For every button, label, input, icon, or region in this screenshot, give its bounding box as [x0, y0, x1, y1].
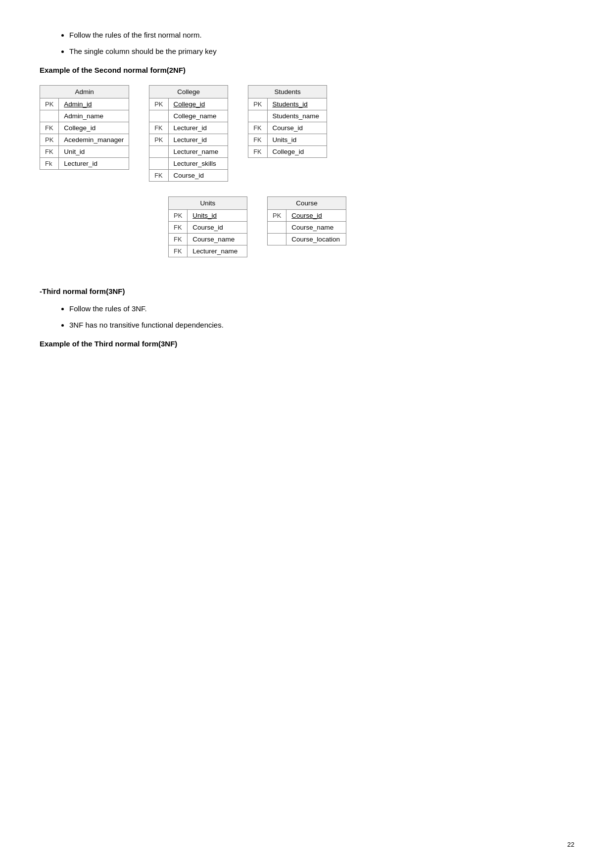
table-key-cell	[149, 110, 168, 122]
table-key-cell: PK	[40, 134, 59, 146]
students-table-title: Students	[248, 85, 327, 98]
table-field-cell: Course_id	[188, 222, 247, 234]
table-key-cell: PK	[268, 210, 286, 222]
table-field-cell: Course_location	[286, 234, 346, 245]
table-field-cell: Course_name	[188, 234, 247, 245]
table-key-cell: FK	[248, 122, 267, 134]
section-2nf-title: Example of the Second normal form(2NF)	[40, 66, 574, 74]
table-field-cell: Lecturer_id	[168, 122, 228, 134]
table-field-cell: Lecturer_name	[188, 245, 247, 257]
table-key-cell: FK	[169, 234, 188, 245]
table-field-cell: College_id	[59, 122, 129, 134]
college-table: College PKCollege_idCollege_nameFKLectur…	[149, 85, 228, 182]
table-key-cell	[40, 110, 59, 122]
admin-table-title: Admin	[40, 85, 129, 98]
table-field-cell: College_name	[168, 110, 228, 122]
table-key-cell	[268, 234, 286, 245]
units-table: Units PKUnits_idFKCourse_idFKCourse_name…	[168, 196, 247, 257]
units-table-title: Units	[168, 196, 247, 209]
table-field-cell: Students_id	[267, 98, 327, 110]
admin-table: Admin PKAdmin_idAdmin_nameFKCollege_idPK…	[40, 85, 129, 170]
table-key-cell: PK	[248, 98, 267, 110]
table-field-cell: Lecturer_id	[168, 134, 228, 146]
table-field-cell: Lecturer_id	[59, 158, 129, 170]
intro-bullet-2: The single column should be the primary …	[69, 46, 574, 57]
page-number: 22	[567, 841, 574, 848]
table-key-cell: Fk	[40, 158, 59, 170]
table-key-cell: FK	[248, 134, 267, 146]
table-field-cell: Course_name	[286, 222, 346, 234]
table-key-cell: FK	[40, 122, 59, 134]
table-key-cell: PK	[149, 134, 168, 146]
table-key-cell: PK	[40, 98, 59, 110]
table-key-cell	[248, 110, 267, 122]
table-key-cell: FK	[248, 146, 267, 158]
table-field-cell: Admin_name	[59, 110, 129, 122]
section-3nf-example-title: Example of the Third normal form(3NF)	[40, 339, 574, 348]
table-key-cell: FK	[149, 170, 168, 182]
tables-area: Admin PKAdmin_idAdmin_nameFKCollege_idPK…	[40, 85, 574, 257]
table-key-cell	[149, 146, 168, 158]
tables-bottom-row: Units PKUnits_idFKCourse_idFKCourse_name…	[40, 196, 574, 257]
3nf-bullet-1: Follow the rules of 3NF.	[69, 303, 574, 315]
table-field-cell: College_id	[267, 146, 327, 158]
table-key-cell	[268, 222, 286, 234]
table-field-cell: College_id	[168, 98, 228, 110]
tables-top-row: Admin PKAdmin_idAdmin_nameFKCollege_idPK…	[40, 85, 574, 182]
table-field-cell: Course_id	[286, 210, 346, 222]
table-field-cell: Course_id	[267, 122, 327, 134]
table-key-cell	[149, 158, 168, 170]
table-key-cell: FK	[40, 146, 59, 158]
table-key-cell: FK	[149, 122, 168, 134]
table-field-cell: Students_name	[267, 110, 327, 122]
course-table-title: Course	[267, 196, 346, 209]
section-3nf-title: -Third normal form(3NF)	[40, 287, 574, 295]
table-field-cell: Lecturer_name	[168, 146, 228, 158]
intro-bullet-1: Follow the rules of the first normal nor…	[69, 30, 574, 41]
table-key-cell: PK	[169, 210, 188, 222]
table-key-cell: FK	[169, 245, 188, 257]
3nf-bullet-list: Follow the rules of 3NF. 3NF has no tran…	[69, 303, 574, 331]
table-field-cell: Unit_id	[59, 146, 129, 158]
table-field-cell: Acedemin_manager	[59, 134, 129, 146]
table-field-cell: Course_id	[168, 170, 228, 182]
college-table-title: College	[149, 85, 228, 98]
students-table: Students PKStudents_idStudents_nameFKCou…	[248, 85, 327, 158]
table-field-cell: Admin_id	[59, 98, 129, 110]
course-table: Course PKCourse_idCourse_nameCourse_loca…	[267, 196, 346, 245]
table-field-cell: Units_id	[267, 134, 327, 146]
table-field-cell: Units_id	[188, 210, 247, 222]
intro-bullet-list: Follow the rules of the first normal nor…	[69, 30, 574, 57]
section-3nf: -Third normal form(3NF) Follow the rules…	[40, 287, 574, 348]
3nf-bullet-2: 3NF has no transitive functional depende…	[69, 320, 574, 331]
table-key-cell: PK	[149, 98, 168, 110]
table-field-cell: Lecturer_skills	[168, 158, 228, 170]
table-key-cell: FK	[169, 222, 188, 234]
